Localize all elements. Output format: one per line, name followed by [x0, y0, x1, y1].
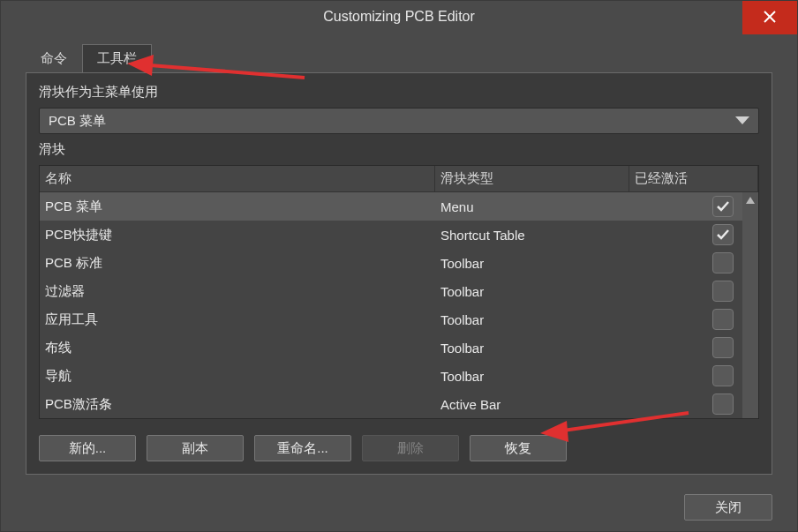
- tab-strip: 命令 工具栏: [26, 44, 772, 73]
- cell-name: PCB 菜单: [40, 199, 435, 215]
- table-row[interactable]: PCB快捷键Shortcut Table: [40, 221, 758, 249]
- dialog-content: 命令 工具栏 滑块作为主菜单使用 PCB 菜单 滑块 名称 滑块类型 已经激活 …: [1, 32, 797, 483]
- rename-button[interactable]: 重命名...: [254, 435, 351, 461]
- bars-table: 名称 滑块类型 已经激活 PCB 菜单MenuPCB快捷键Shortcut Ta…: [39, 165, 759, 419]
- cell-type: Toolbar: [435, 284, 629, 299]
- active-checkbox[interactable]: [712, 196, 734, 217]
- active-checkbox[interactable]: [712, 393, 734, 415]
- cell-active: [629, 393, 758, 415]
- cell-type: Active Bar: [435, 397, 629, 412]
- cell-active: [629, 281, 758, 302]
- table-header-row: 名称 滑块类型 已经激活: [40, 166, 758, 192]
- bars-section-label: 滑块: [39, 141, 759, 158]
- table-row[interactable]: 过滤器Toolbar: [40, 277, 758, 305]
- table-row[interactable]: PCB激活条Active Bar: [40, 390, 758, 418]
- table-body: PCB 菜单MenuPCB快捷键Shortcut TablePCB 标准Tool…: [40, 192, 758, 418]
- cell-type: Toolbar: [435, 256, 629, 271]
- button-row: 新的... 副本 重命名... 删除 恢复: [39, 435, 759, 461]
- main-menu-dropdown[interactable]: PCB 菜单: [39, 108, 759, 134]
- dialog-window: Customizing PCB Editor 命令 工具栏 滑块作为主菜单使用 …: [0, 0, 798, 532]
- cell-name: PCB快捷键: [40, 227, 435, 244]
- tab-commands[interactable]: 命令: [26, 44, 82, 73]
- active-checkbox[interactable]: [712, 224, 734, 245]
- main-menu-dropdown-value: PCB 菜单: [49, 113, 106, 130]
- cell-name: 布线: [40, 340, 435, 356]
- delete-button: 删除: [362, 435, 459, 461]
- cell-name: 过滤器: [40, 283, 435, 300]
- cell-name: PCB激活条: [40, 396, 435, 413]
- cell-type: Menu: [435, 199, 629, 214]
- scroll-up-icon[interactable]: [742, 192, 758, 208]
- cell-name: 导航: [40, 368, 435, 385]
- active-checkbox[interactable]: [712, 337, 734, 358]
- close-icon: [764, 11, 776, 26]
- header-active[interactable]: 已经激活: [629, 166, 758, 191]
- panel-toolbars: 滑块作为主菜单使用 PCB 菜单 滑块 名称 滑块类型 已经激活 PCB 菜单M…: [26, 72, 772, 475]
- cell-name: PCB 标准: [40, 255, 435, 272]
- table-row[interactable]: 布线Toolbar: [40, 333, 758, 362]
- cell-type: Toolbar: [435, 341, 629, 356]
- svg-marker-2: [735, 116, 749, 124]
- restore-button[interactable]: 恢复: [470, 435, 567, 461]
- header-name[interactable]: 名称: [40, 166, 435, 191]
- titlebar: Customizing PCB Editor: [1, 1, 797, 32]
- cell-active: [629, 337, 758, 358]
- header-type[interactable]: 滑块类型: [435, 166, 629, 191]
- table-row[interactable]: 应用工具Toolbar: [40, 305, 758, 333]
- active-checkbox[interactable]: [712, 281, 734, 302]
- main-menu-label: 滑块作为主菜单使用: [39, 84, 759, 101]
- cell-active: [629, 309, 758, 330]
- cell-active: [629, 365, 758, 386]
- cell-active: [629, 224, 758, 245]
- cell-active: [629, 196, 758, 217]
- cell-active: [629, 252, 758, 273]
- chevron-down-icon: [735, 114, 749, 128]
- close-button[interactable]: 关闭: [684, 494, 772, 521]
- cell-type: Shortcut Table: [435, 228, 629, 243]
- active-checkbox[interactable]: [712, 309, 734, 330]
- copy-button[interactable]: 副本: [147, 435, 244, 461]
- table-row[interactable]: 导航Toolbar: [40, 362, 758, 390]
- table-row[interactable]: PCB 菜单Menu: [40, 192, 758, 221]
- window-title: Customizing PCB Editor: [323, 9, 475, 25]
- svg-marker-3: [746, 197, 755, 204]
- active-checkbox[interactable]: [712, 365, 734, 386]
- table-scrollbar[interactable]: [742, 192, 758, 418]
- cell-type: Toolbar: [435, 312, 629, 327]
- table-row[interactable]: PCB 标准Toolbar: [40, 249, 758, 277]
- close-window-button[interactable]: [742, 1, 797, 34]
- tab-toolbars[interactable]: 工具栏: [82, 44, 152, 73]
- cell-type: Toolbar: [435, 369, 629, 384]
- new-button[interactable]: 新的...: [39, 435, 136, 461]
- cell-name: 应用工具: [40, 311, 435, 328]
- active-checkbox[interactable]: [712, 252, 734, 273]
- dialog-footer: 关闭: [1, 483, 797, 531]
